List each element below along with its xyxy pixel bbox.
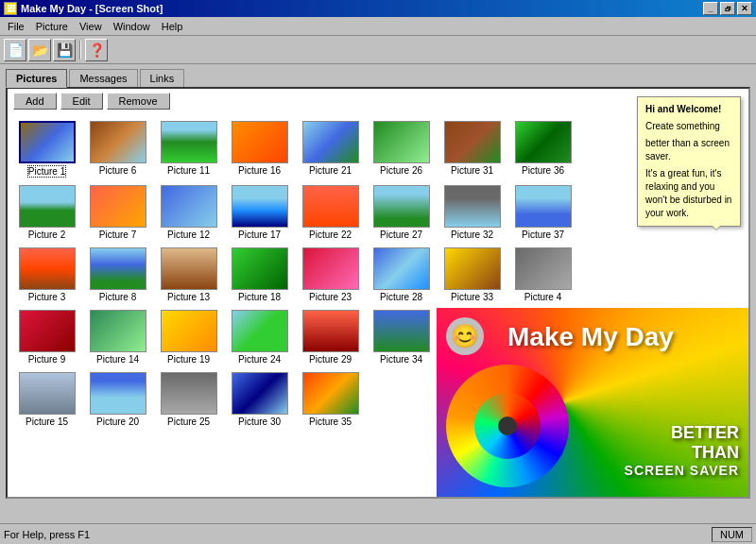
tab-pictures[interactable]: Pictures	[6, 69, 67, 88]
picture-label: Picture 2	[28, 230, 65, 240]
list-item[interactable]: Picture 6	[82, 117, 153, 181]
new-button[interactable]: 📄	[4, 39, 26, 61]
edit-button[interactable]: Edit	[60, 93, 103, 110]
list-item[interactable]: Picture 23	[295, 244, 366, 306]
list-item[interactable]: Picture 4	[507, 244, 578, 306]
picture-label: Picture 28	[380, 292, 422, 302]
tab-bar: Pictures Messages Links	[0, 64, 756, 87]
list-item[interactable]: Picture 29	[295, 306, 366, 368]
promo-line1: BETTER	[625, 423, 739, 443]
list-item[interactable]: Picture 9	[11, 306, 82, 368]
close-button[interactable]: ✕	[737, 2, 752, 15]
list-item[interactable]: Picture 19	[153, 306, 224, 368]
list-item[interactable]: Picture 21	[295, 117, 366, 181]
list-item[interactable]: Picture 11	[153, 117, 224, 181]
list-item[interactable]: Picture 27	[366, 181, 437, 244]
list-item[interactable]: Picture 16	[224, 117, 295, 181]
minimize-button[interactable]: _	[703, 2, 718, 15]
picture-label: Picture 3	[28, 292, 65, 302]
list-item[interactable]: Picture 34	[366, 306, 437, 368]
status-bar: For Help, press F1 NUM	[0, 523, 756, 544]
window-title: Make My Day - [Screen Shot]	[21, 3, 163, 14]
list-item[interactable]: Picture 18	[224, 244, 295, 306]
promo-line3: SCREEN SAVER	[625, 463, 739, 478]
picture-label: Picture 11	[167, 165, 210, 176]
list-item[interactable]: Picture 15	[11, 368, 82, 431]
restore-button[interactable]: 🗗	[720, 2, 735, 15]
list-item[interactable]: Picture 20	[82, 368, 153, 431]
promo-subtitle: BETTER THAN SCREEN SAVER	[625, 423, 739, 478]
picture-label: Picture 19	[167, 354, 210, 365]
list-item[interactable]: Picture 14	[82, 306, 153, 368]
toolbar-separator	[79, 41, 81, 60]
app-icon: 🖼	[4, 2, 17, 15]
list-item[interactable]: Picture 35	[295, 368, 366, 431]
picture-label: Picture 30	[238, 416, 281, 427]
welcome-line3: It's a great fun, it's relaxing and you …	[645, 167, 732, 220]
list-item[interactable]: Picture 17	[224, 181, 295, 244]
picture-label: Picture 23	[309, 292, 352, 302]
num-lock-indicator: NUM	[712, 527, 752, 542]
save-button[interactable]: 💾	[53, 39, 76, 61]
picture-label: Picture 27	[380, 230, 422, 240]
picture-label: Picture 1	[27, 165, 66, 178]
picture-label: Picture 26	[380, 165, 422, 176]
picture-label: Picture 36	[522, 165, 564, 176]
menu-window[interactable]: Window	[108, 19, 156, 34]
picture-label: Picture 13	[167, 292, 210, 302]
welcome-line1: Create something	[645, 120, 732, 133]
list-item[interactable]: Picture 32	[437, 181, 507, 244]
promo-spiral-center	[498, 416, 517, 435]
promo-title: Make My Day	[507, 322, 734, 352]
main-window: Pictures Messages Links Hi and Welcome! …	[0, 64, 756, 523]
menu-view[interactable]: View	[74, 19, 108, 34]
picture-label: Picture 21	[309, 165, 352, 176]
promo-background: 😊 Make My Day BETTER THAN SCREEN SAVER	[437, 308, 748, 497]
help-button[interactable]: ❓	[85, 39, 108, 61]
remove-button[interactable]: Remove	[107, 93, 170, 110]
list-item[interactable]: Picture 3	[11, 244, 82, 306]
promo-line2: THAN	[625, 443, 739, 463]
picture-label: Picture 6	[99, 165, 136, 176]
list-item[interactable]: Picture 30	[224, 368, 295, 431]
menu-picture[interactable]: Picture	[30, 19, 74, 34]
list-item[interactable]: Picture 12	[153, 181, 224, 244]
list-item[interactable]: Picture 25	[153, 368, 224, 431]
picture-label: Picture 8	[99, 292, 136, 302]
menu-file[interactable]: File	[2, 19, 30, 34]
tab-links[interactable]: Links	[140, 69, 185, 88]
content-area: Hi and Welcome! Create something better …	[6, 87, 750, 499]
picture-label: Picture 22	[309, 230, 352, 240]
picture-label: Picture 14	[96, 354, 139, 365]
picture-label: Picture 17	[238, 230, 281, 240]
list-item[interactable]: Picture 28	[366, 244, 437, 306]
open-button[interactable]: 📂	[28, 39, 51, 61]
list-item[interactable]: Picture 13	[153, 244, 224, 306]
list-item[interactable]: Picture 24	[224, 306, 295, 368]
title-bar: 🖼 Make My Day - [Screen Shot] _ 🗗 ✕	[0, 0, 756, 17]
welcome-line2: better than a screen saver.	[645, 137, 732, 163]
tab-messages[interactable]: Messages	[69, 69, 137, 88]
status-help-text: For Help, press F1	[4, 529, 90, 540]
add-button[interactable]: Add	[13, 93, 57, 110]
picture-label: Picture 4	[524, 292, 561, 302]
list-item[interactable]: Picture 7	[82, 181, 153, 244]
list-item[interactable]: Picture 1	[11, 117, 82, 181]
list-item[interactable]: Picture 22	[295, 181, 366, 244]
list-item[interactable]: Picture 31	[437, 117, 507, 181]
list-item[interactable]: Picture 37	[507, 181, 578, 244]
picture-label: Picture 7	[99, 230, 136, 240]
menu-help[interactable]: Help	[156, 19, 189, 34]
list-item[interactable]: Picture 33	[437, 244, 507, 306]
list-item[interactable]: Picture 2	[11, 181, 82, 244]
list-item[interactable]: Picture 36	[507, 117, 578, 181]
menu-bar: File Picture View Window Help	[0, 17, 756, 36]
list-item[interactable]: Picture 8	[82, 244, 153, 306]
welcome-title: Hi and Welcome!	[645, 103, 732, 116]
picture-label: Picture 12	[167, 230, 210, 240]
picture-label: Picture 33	[451, 292, 493, 302]
list-item[interactable]: Picture 26	[366, 117, 437, 181]
picture-label: Picture 20	[96, 416, 139, 427]
picture-label: Picture 32	[451, 230, 493, 240]
picture-label: Picture 25	[167, 416, 210, 427]
